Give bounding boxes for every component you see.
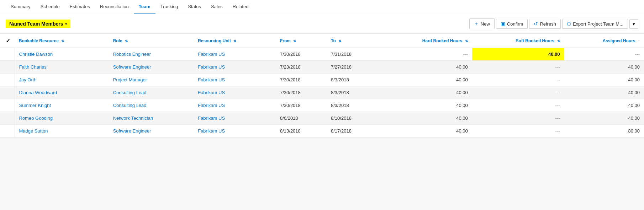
refresh-button-label: Refresh: [540, 21, 556, 27]
resource-name[interactable]: Madge Sutton: [15, 125, 109, 138]
col-role[interactable]: Role ⇅: [109, 34, 194, 48]
confirm-button-label: Confirm: [507, 21, 523, 27]
soft-booked-hours: ---: [472, 125, 564, 138]
col-to[interactable]: To ⇅: [327, 34, 378, 48]
col-soft-booked[interactable]: Soft Booked Hours ⇅: [472, 34, 564, 48]
nav-status[interactable]: Status: [183, 0, 206, 14]
nav-estimates[interactable]: Estimates: [65, 0, 95, 14]
date-from: 8/13/2018: [276, 125, 327, 138]
date-from: 7/30/2018: [276, 99, 327, 112]
section-header: Named Team Members ▾ ＋ New ▣ Confirm ↺ R…: [0, 14, 644, 34]
assigned-hours: 80.00: [564, 125, 644, 138]
resourcing-unit[interactable]: Fabrikam US: [194, 125, 276, 138]
team-members-table: ✓ Bookable Resource ⇅ Role ⇅ Resourcing …: [0, 34, 644, 138]
hard-booked-hours: 40.00: [378, 74, 472, 86]
section-title-text: Named Team Members: [9, 21, 63, 27]
soft-booked-hours: ---: [472, 74, 564, 86]
new-button-label: New: [481, 21, 490, 27]
row-checkbox[interactable]: [0, 125, 15, 138]
sort-icon: ⇅: [61, 39, 64, 43]
table-row: Summer KnightConsulting LeadFabrikam US7…: [0, 99, 644, 112]
confirm-button[interactable]: ▣ Confirm: [496, 19, 528, 29]
resource-name[interactable]: Christie Dawson: [15, 48, 109, 61]
soft-booked-hours: ---: [472, 99, 564, 112]
resource-role[interactable]: Network Technician: [109, 112, 194, 125]
more-options-icon: ▾: [633, 21, 635, 27]
assigned-hours: 40.00: [564, 99, 644, 112]
table-header-row: ✓ Bookable Resource ⇅ Role ⇅ Resourcing …: [0, 34, 644, 48]
export-button-label: Export Project Team M...: [573, 21, 623, 27]
hard-booked-hours: 40.00: [378, 125, 472, 138]
resource-name[interactable]: Faith Charles: [15, 61, 109, 74]
date-from: 8/6/2018: [276, 112, 327, 125]
resource-role[interactable]: Robotics Engineer: [109, 48, 194, 61]
table-row: Jay OrthProject ManagerFabrikam US7/30/2…: [0, 74, 644, 86]
sort-icon: ↑: [638, 39, 640, 43]
resourcing-unit[interactable]: Fabrikam US: [194, 99, 276, 112]
resource-role[interactable]: Consulting Lead: [109, 99, 194, 112]
resourcing-unit[interactable]: Fabrikam US: [194, 74, 276, 86]
resourcing-unit[interactable]: Fabrikam US: [194, 61, 276, 74]
sort-icon: ⇅: [338, 39, 341, 43]
section-title[interactable]: Named Team Members ▾: [6, 20, 70, 28]
col-hard-booked[interactable]: Hard Booked Hours ⇅: [378, 34, 472, 48]
row-checkbox[interactable]: [0, 48, 15, 61]
date-to: 7/31/2018: [327, 48, 378, 61]
assigned-hours: 40.00: [564, 74, 644, 86]
col-resourcing-unit[interactable]: Resourcing Unit ⇅: [194, 34, 276, 48]
resource-name[interactable]: Jay Orth: [15, 74, 109, 86]
date-to: 8/17/2018: [327, 125, 378, 138]
section-title-group: Named Team Members ▾: [6, 20, 70, 28]
date-to: 7/27/2018: [327, 61, 378, 74]
row-checkbox[interactable]: [0, 99, 15, 112]
date-to: 8/3/2018: [327, 74, 378, 86]
nav-team[interactable]: Team: [134, 0, 155, 14]
row-checkbox[interactable]: [0, 86, 15, 99]
row-checkbox[interactable]: [0, 112, 15, 125]
resource-role[interactable]: Software Engineer: [109, 125, 194, 138]
more-options-button[interactable]: ▾: [629, 19, 638, 29]
nav-sales[interactable]: Sales: [206, 0, 228, 14]
resourcing-unit[interactable]: Fabrikam US: [194, 48, 276, 61]
checkmark-icon: ✓: [6, 38, 10, 44]
resource-name[interactable]: Summer Knight: [15, 99, 109, 112]
nav-summary[interactable]: Summary: [6, 0, 36, 14]
soft-booked-hours: 40.00: [472, 48, 564, 61]
table-row: Faith CharlesSoftware EngineerFabrikam U…: [0, 61, 644, 74]
col-from[interactable]: From ⇅: [276, 34, 327, 48]
soft-booked-hours: ---: [472, 61, 564, 74]
new-button[interactable]: ＋ New: [469, 18, 495, 29]
confirm-icon: ▣: [501, 21, 505, 27]
resourcing-unit[interactable]: Fabrikam US: [194, 112, 276, 125]
table-row: Christie DawsonRobotics EngineerFabrikam…: [0, 48, 644, 61]
refresh-button[interactable]: ↺ Refresh: [529, 19, 561, 29]
resource-name[interactable]: Dianna Woodward: [15, 86, 109, 99]
col-bookable-resource[interactable]: Bookable Resource ⇅: [15, 34, 109, 48]
table-row: Dianna WoodwardConsulting LeadFabrikam U…: [0, 86, 644, 99]
export-button[interactable]: ⬡ Export Project Team M...: [562, 19, 628, 29]
nav-related[interactable]: Related: [228, 0, 254, 14]
resource-role[interactable]: Project Manager: [109, 74, 194, 86]
soft-booked-hours: ---: [472, 86, 564, 99]
hard-booked-hours: ---: [378, 48, 472, 61]
plus-icon: ＋: [474, 21, 479, 27]
refresh-icon: ↺: [534, 21, 538, 27]
nav-tracking[interactable]: Tracking: [155, 0, 183, 14]
resource-name[interactable]: Romeo Gooding: [15, 112, 109, 125]
row-checkbox[interactable]: [0, 74, 15, 86]
date-from: 7/30/2018: [276, 86, 327, 99]
select-all-checkbox[interactable]: ✓: [0, 34, 15, 48]
resource-role[interactable]: Consulting Lead: [109, 86, 194, 99]
export-icon: ⬡: [567, 21, 571, 27]
nav-schedule[interactable]: Schedule: [36, 0, 65, 14]
col-assigned[interactable]: Assigned Hours ↑: [564, 34, 644, 48]
resource-role[interactable]: Software Engineer: [109, 61, 194, 74]
row-checkbox[interactable]: [0, 61, 15, 74]
hard-booked-hours: 40.00: [378, 112, 472, 125]
soft-booked-hours: ---: [472, 112, 564, 125]
hard-booked-hours: 40.00: [378, 61, 472, 74]
assigned-hours: 40.00: [564, 86, 644, 99]
resourcing-unit[interactable]: Fabrikam US: [194, 86, 276, 99]
sort-icon: ⇅: [125, 39, 128, 43]
nav-reconciliation[interactable]: Reconciliation: [95, 0, 134, 14]
